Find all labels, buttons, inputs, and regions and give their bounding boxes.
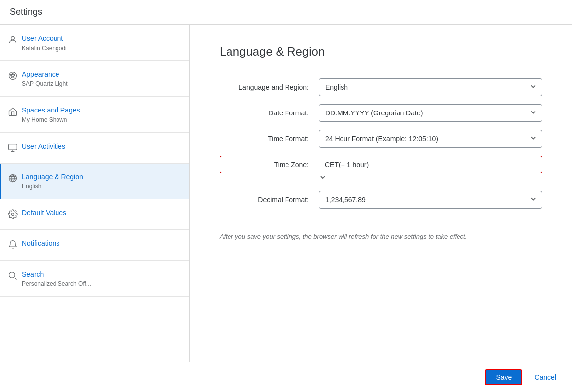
language-select-wrapper: English German French <box>319 78 542 96</box>
sidebar-item-notifications-title: Notifications <box>22 239 179 249</box>
sidebar-item-user-activities-title: User Activities <box>22 142 179 152</box>
sidebar-item-default-values[interactable]: Default Values <box>0 199 189 230</box>
user-icon <box>8 35 22 46</box>
content-area: Language & Region Language and Region: E… <box>190 25 572 362</box>
decimal-format-select-wrapper: 1,234,567.89 1.234.567,89 <box>319 191 542 209</box>
content-title: Language & Region <box>220 45 542 58</box>
timezone-label: Time Zone: <box>220 156 319 173</box>
decimal-format-select[interactable]: 1,234,567.89 1.234.567,89 <box>319 191 542 209</box>
time-format-row: Time Format: 24 Hour Format (Example: 12… <box>220 130 542 148</box>
gear-icon <box>8 209 22 221</box>
language-region-form: Language and Region: English German Fren… <box>220 78 542 209</box>
app-header: Settings <box>0 0 572 25</box>
language-row: Language and Region: English German Fren… <box>220 78 542 96</box>
sidebar-item-spaces-pages[interactable]: Spaces and Pages My Home Shown <box>0 97 189 133</box>
sidebar-item-search-title: Search <box>22 270 179 280</box>
sidebar-item-notifications[interactable]: Notifications <box>0 230 189 261</box>
info-text: After you save your settings, the browse… <box>220 233 542 240</box>
svg-point-3 <box>12 73 14 75</box>
time-format-select-wrapper: 24 Hour Format (Example: 12:05:10) 12 Ho… <box>319 130 542 148</box>
globe-icon <box>8 173 22 185</box>
timezone-field-group: Time Zone: CET(+ 1 hour) UTC GMT <box>220 156 542 183</box>
decimal-format-label: Decimal Format: <box>220 196 319 204</box>
svg-point-8 <box>9 272 15 278</box>
svg-point-2 <box>10 74 12 76</box>
sidebar-item-search-subtitle: Personalized Search Off... <box>22 280 179 287</box>
svg-point-1 <box>9 72 17 79</box>
language-select[interactable]: English German French <box>319 78 542 96</box>
sidebar-item-default-values-title: Default Values <box>22 208 179 218</box>
sidebar-item-appearance[interactable]: Appearance SAP Quartz Light <box>0 61 189 97</box>
date-format-select[interactable]: DD.MM.YYYY (Gregorian Date) MM/DD/YYYY <box>319 104 542 122</box>
bell-icon <box>8 240 22 251</box>
home-icon <box>8 107 22 118</box>
timezone-select[interactable]: CET(+ 1 hour) UTC GMT <box>319 156 542 173</box>
monitor-icon <box>8 143 22 154</box>
sidebar-item-spaces-pages-title: Spaces and Pages <box>22 106 179 115</box>
footer: Save Cancel <box>0 362 572 392</box>
sidebar-item-spaces-pages-subtitle: My Home Shown <box>22 116 179 123</box>
main-layout: User Account Katalin Csengodi Appearance… <box>0 25 572 362</box>
date-format-control: DD.MM.YYYY (Gregorian Date) MM/DD/YYYY <box>319 104 542 122</box>
palette-icon <box>8 71 22 82</box>
save-button[interactable]: Save <box>485 369 522 385</box>
search-icon <box>8 271 22 282</box>
sidebar-item-language-region-subtitle: English <box>22 183 179 190</box>
sidebar-item-user-account-title: User Account <box>22 34 179 44</box>
time-format-select[interactable]: 24 Hour Format (Example: 12:05:10) 12 Ho… <box>319 130 542 148</box>
time-format-control: 24 Hour Format (Example: 12:05:10) 12 Ho… <box>319 130 542 148</box>
sidebar-item-user-account-subtitle: Katalin Csengodi <box>22 45 179 52</box>
sidebar: User Account Katalin Csengodi Appearance… <box>0 25 190 362</box>
language-label: Language and Region: <box>220 83 319 91</box>
decimal-format-row: Decimal Format: 1,234,567.89 1.234.567,8… <box>220 191 542 209</box>
cancel-button[interactable]: Cancel <box>528 370 562 384</box>
sidebar-item-appearance-title: Appearance <box>22 70 179 80</box>
time-format-label: Time Format: <box>220 135 319 143</box>
date-format-select-wrapper: DD.MM.YYYY (Gregorian Date) MM/DD/YYYY <box>319 104 542 122</box>
sidebar-item-language-region-title: Language & Region <box>22 172 179 182</box>
sidebar-item-user-account[interactable]: User Account Katalin Csengodi <box>0 25 189 61</box>
timezone-select-wrap: CET(+ 1 hour) UTC GMT <box>319 156 542 183</box>
svg-point-4 <box>14 74 15 76</box>
timezone-row: Time Zone: CET(+ 1 hour) UTC GMT <box>220 156 542 183</box>
app-title: Settings <box>10 7 42 17</box>
sidebar-item-language-region[interactable]: Language & Region English <box>0 164 189 200</box>
svg-point-7 <box>12 213 14 216</box>
sidebar-item-user-activities[interactable]: User Activities <box>0 133 189 164</box>
form-divider <box>220 221 542 221</box>
svg-rect-5 <box>9 144 17 150</box>
sidebar-item-appearance-subtitle: SAP Quartz Light <box>22 80 179 87</box>
sidebar-item-search[interactable]: Search Personalized Search Off... <box>0 261 189 297</box>
language-control: English German French <box>319 78 542 96</box>
timezone-chevron-icon <box>319 175 327 183</box>
date-format-label: Date Format: <box>220 109 319 117</box>
date-format-row: Date Format: DD.MM.YYYY (Gregorian Date)… <box>220 104 542 122</box>
decimal-format-control: 1,234,567.89 1.234.567,89 <box>319 191 542 209</box>
svg-point-0 <box>11 36 15 40</box>
